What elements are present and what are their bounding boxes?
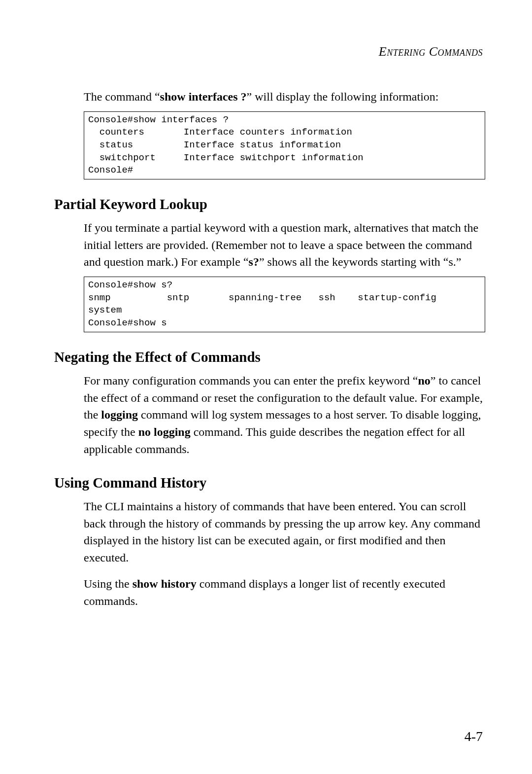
history-paragraph-2: Using the show history command displays … [84, 575, 485, 610]
s3-text-a: Using the [84, 577, 133, 590]
page-number: 4-7 [465, 729, 483, 744]
negating-paragraph: For many configuration commands you can … [84, 372, 485, 458]
partial-keyword-paragraph: If you terminate a partial keyword with … [84, 219, 485, 271]
intro-bold-cmd: show interfaces ? [160, 90, 247, 103]
code-block-show-s: Console#show s? snmp sntp spanning-tree … [84, 277, 485, 332]
heading-negating: Negating the Effect of Commands [54, 349, 485, 365]
intro-text-c: ” will display the following information… [247, 90, 439, 103]
s2-bold-nologging: no logging [138, 425, 191, 438]
code-block-interfaces: Console#show interfaces ? counters Inter… [84, 111, 485, 179]
s1-bold-sq: s? [249, 255, 259, 268]
s2-bold-logging: logging [101, 408, 138, 421]
intro-text-a: The command “ [84, 90, 160, 103]
intro-paragraph: The command “show interfaces ?” will dis… [84, 89, 485, 106]
page-header: Entering Commands [54, 44, 485, 59]
heading-partial-keyword: Partial Keyword Lookup [54, 196, 485, 212]
s1-text-c: ” shows all the keywords starting with “… [259, 255, 462, 268]
s3-bold-showhistory: show history [133, 577, 197, 590]
s2-text-a: For many configuration commands you can … [84, 374, 418, 387]
heading-history: Using Command History [54, 475, 485, 491]
s2-bold-no: no [418, 374, 430, 387]
history-paragraph-1: The CLI maintains a history of commands … [84, 498, 485, 566]
